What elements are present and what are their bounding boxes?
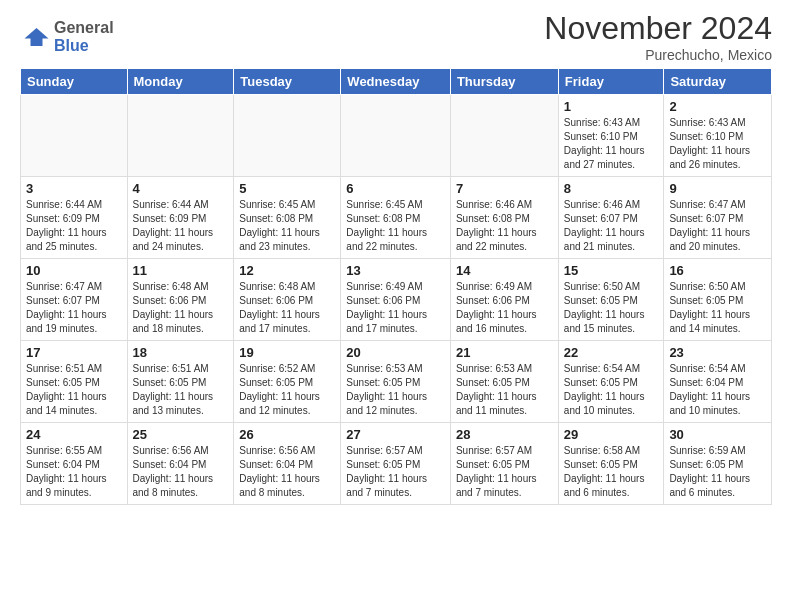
day-info: Sunrise: 6:50 AM Sunset: 6:05 PM Dayligh… xyxy=(564,280,659,336)
day-number: 29 xyxy=(564,427,659,442)
day-cell: 30Sunrise: 6:59 AM Sunset: 6:05 PM Dayli… xyxy=(664,423,772,505)
day-info: Sunrise: 6:46 AM Sunset: 6:07 PM Dayligh… xyxy=(564,198,659,254)
day-info: Sunrise: 6:43 AM Sunset: 6:10 PM Dayligh… xyxy=(564,116,659,172)
day-number: 11 xyxy=(133,263,229,278)
day-cell: 17Sunrise: 6:51 AM Sunset: 6:05 PM Dayli… xyxy=(21,341,128,423)
day-info: Sunrise: 6:44 AM Sunset: 6:09 PM Dayligh… xyxy=(26,198,122,254)
day-number: 17 xyxy=(26,345,122,360)
day-info: Sunrise: 6:55 AM Sunset: 6:04 PM Dayligh… xyxy=(26,444,122,500)
day-number: 28 xyxy=(456,427,553,442)
day-cell: 16Sunrise: 6:50 AM Sunset: 6:05 PM Dayli… xyxy=(664,259,772,341)
day-info: Sunrise: 6:49 AM Sunset: 6:06 PM Dayligh… xyxy=(456,280,553,336)
day-info: Sunrise: 6:49 AM Sunset: 6:06 PM Dayligh… xyxy=(346,280,445,336)
day-info: Sunrise: 6:59 AM Sunset: 6:05 PM Dayligh… xyxy=(669,444,766,500)
logo-line1: General xyxy=(54,19,114,37)
day-number: 10 xyxy=(26,263,122,278)
day-cell xyxy=(341,95,451,177)
day-number: 14 xyxy=(456,263,553,278)
day-number: 12 xyxy=(239,263,335,278)
day-number: 4 xyxy=(133,181,229,196)
column-header-sunday: Sunday xyxy=(21,69,128,95)
day-info: Sunrise: 6:50 AM Sunset: 6:05 PM Dayligh… xyxy=(669,280,766,336)
day-cell: 20Sunrise: 6:53 AM Sunset: 6:05 PM Dayli… xyxy=(341,341,451,423)
day-number: 6 xyxy=(346,181,445,196)
day-number: 25 xyxy=(133,427,229,442)
column-header-thursday: Thursday xyxy=(450,69,558,95)
month-title: November 2024 xyxy=(544,10,772,47)
day-cell: 19Sunrise: 6:52 AM Sunset: 6:05 PM Dayli… xyxy=(234,341,341,423)
day-info: Sunrise: 6:47 AM Sunset: 6:07 PM Dayligh… xyxy=(669,198,766,254)
logo-line2: Blue xyxy=(54,37,114,55)
day-cell: 12Sunrise: 6:48 AM Sunset: 6:06 PM Dayli… xyxy=(234,259,341,341)
day-cell: 1Sunrise: 6:43 AM Sunset: 6:10 PM Daylig… xyxy=(558,95,664,177)
day-info: Sunrise: 6:57 AM Sunset: 6:05 PM Dayligh… xyxy=(456,444,553,500)
column-header-monday: Monday xyxy=(127,69,234,95)
day-info: Sunrise: 6:53 AM Sunset: 6:05 PM Dayligh… xyxy=(346,362,445,418)
day-cell: 14Sunrise: 6:49 AM Sunset: 6:06 PM Dayli… xyxy=(450,259,558,341)
day-number: 8 xyxy=(564,181,659,196)
location: Purechucho, Mexico xyxy=(544,47,772,63)
day-info: Sunrise: 6:45 AM Sunset: 6:08 PM Dayligh… xyxy=(239,198,335,254)
day-info: Sunrise: 6:46 AM Sunset: 6:08 PM Dayligh… xyxy=(456,198,553,254)
day-cell: 6Sunrise: 6:45 AM Sunset: 6:08 PM Daylig… xyxy=(341,177,451,259)
day-cell: 3Sunrise: 6:44 AM Sunset: 6:09 PM Daylig… xyxy=(21,177,128,259)
day-cell: 28Sunrise: 6:57 AM Sunset: 6:05 PM Dayli… xyxy=(450,423,558,505)
day-cell: 7Sunrise: 6:46 AM Sunset: 6:08 PM Daylig… xyxy=(450,177,558,259)
week-row-5: 24Sunrise: 6:55 AM Sunset: 6:04 PM Dayli… xyxy=(21,423,772,505)
day-cell: 15Sunrise: 6:50 AM Sunset: 6:05 PM Dayli… xyxy=(558,259,664,341)
day-number: 2 xyxy=(669,99,766,114)
day-cell: 10Sunrise: 6:47 AM Sunset: 6:07 PM Dayli… xyxy=(21,259,128,341)
day-info: Sunrise: 6:56 AM Sunset: 6:04 PM Dayligh… xyxy=(133,444,229,500)
day-info: Sunrise: 6:48 AM Sunset: 6:06 PM Dayligh… xyxy=(239,280,335,336)
day-number: 26 xyxy=(239,427,335,442)
day-info: Sunrise: 6:47 AM Sunset: 6:07 PM Dayligh… xyxy=(26,280,122,336)
column-header-wednesday: Wednesday xyxy=(341,69,451,95)
day-number: 18 xyxy=(133,345,229,360)
day-number: 1 xyxy=(564,99,659,114)
day-cell: 29Sunrise: 6:58 AM Sunset: 6:05 PM Dayli… xyxy=(558,423,664,505)
day-number: 24 xyxy=(26,427,122,442)
day-number: 16 xyxy=(669,263,766,278)
column-header-tuesday: Tuesday xyxy=(234,69,341,95)
calendar-wrapper: SundayMondayTuesdayWednesdayThursdayFrid… xyxy=(0,68,792,505)
day-number: 20 xyxy=(346,345,445,360)
calendar-table: SundayMondayTuesdayWednesdayThursdayFrid… xyxy=(20,68,772,505)
day-info: Sunrise: 6:54 AM Sunset: 6:04 PM Dayligh… xyxy=(669,362,766,418)
day-number: 5 xyxy=(239,181,335,196)
day-info: Sunrise: 6:54 AM Sunset: 6:05 PM Dayligh… xyxy=(564,362,659,418)
day-cell: 9Sunrise: 6:47 AM Sunset: 6:07 PM Daylig… xyxy=(664,177,772,259)
week-row-1: 1Sunrise: 6:43 AM Sunset: 6:10 PM Daylig… xyxy=(21,95,772,177)
day-info: Sunrise: 6:48 AM Sunset: 6:06 PM Dayligh… xyxy=(133,280,229,336)
logo-text: General Blue xyxy=(54,19,114,54)
column-header-friday: Friday xyxy=(558,69,664,95)
day-number: 30 xyxy=(669,427,766,442)
day-cell xyxy=(234,95,341,177)
day-info: Sunrise: 6:44 AM Sunset: 6:09 PM Dayligh… xyxy=(133,198,229,254)
day-info: Sunrise: 6:45 AM Sunset: 6:08 PM Dayligh… xyxy=(346,198,445,254)
day-info: Sunrise: 6:51 AM Sunset: 6:05 PM Dayligh… xyxy=(133,362,229,418)
day-number: 13 xyxy=(346,263,445,278)
week-row-4: 17Sunrise: 6:51 AM Sunset: 6:05 PM Dayli… xyxy=(21,341,772,423)
day-cell: 8Sunrise: 6:46 AM Sunset: 6:07 PM Daylig… xyxy=(558,177,664,259)
logo: General Blue xyxy=(20,19,114,54)
day-cell: 26Sunrise: 6:56 AM Sunset: 6:04 PM Dayli… xyxy=(234,423,341,505)
day-cell xyxy=(450,95,558,177)
day-cell: 21Sunrise: 6:53 AM Sunset: 6:05 PM Dayli… xyxy=(450,341,558,423)
day-info: Sunrise: 6:56 AM Sunset: 6:04 PM Dayligh… xyxy=(239,444,335,500)
day-cell: 4Sunrise: 6:44 AM Sunset: 6:09 PM Daylig… xyxy=(127,177,234,259)
day-number: 7 xyxy=(456,181,553,196)
day-number: 27 xyxy=(346,427,445,442)
day-cell: 25Sunrise: 6:56 AM Sunset: 6:04 PM Dayli… xyxy=(127,423,234,505)
day-info: Sunrise: 6:53 AM Sunset: 6:05 PM Dayligh… xyxy=(456,362,553,418)
day-cell xyxy=(127,95,234,177)
day-number: 19 xyxy=(239,345,335,360)
logo-icon xyxy=(20,22,50,52)
day-info: Sunrise: 6:57 AM Sunset: 6:05 PM Dayligh… xyxy=(346,444,445,500)
day-number: 21 xyxy=(456,345,553,360)
day-info: Sunrise: 6:52 AM Sunset: 6:05 PM Dayligh… xyxy=(239,362,335,418)
title-section: November 2024 Purechucho, Mexico xyxy=(544,10,772,63)
day-cell: 18Sunrise: 6:51 AM Sunset: 6:05 PM Dayli… xyxy=(127,341,234,423)
day-info: Sunrise: 6:43 AM Sunset: 6:10 PM Dayligh… xyxy=(669,116,766,172)
day-number: 3 xyxy=(26,181,122,196)
week-row-2: 3Sunrise: 6:44 AM Sunset: 6:09 PM Daylig… xyxy=(21,177,772,259)
